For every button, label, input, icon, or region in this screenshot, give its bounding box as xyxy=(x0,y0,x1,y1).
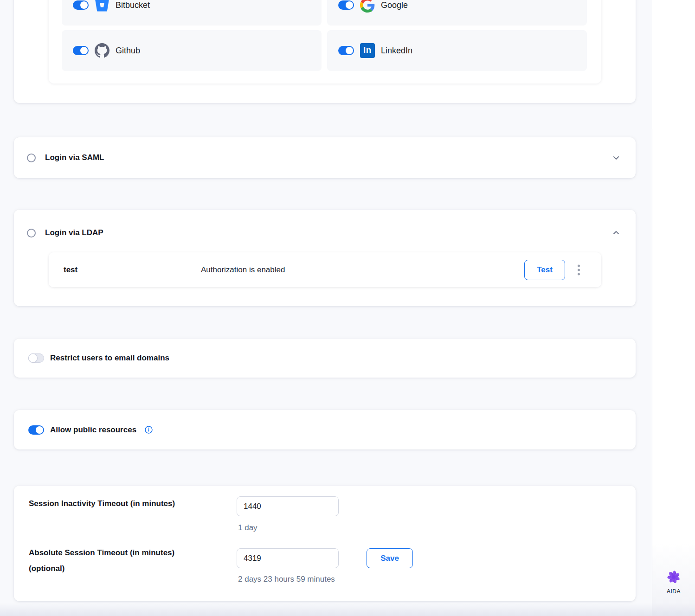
ldap-section-card: Login via LDAP test Authorization is ena… xyxy=(14,210,636,306)
info-icon[interactable] xyxy=(145,426,153,434)
chevron-up-icon[interactable] xyxy=(612,229,620,237)
save-button[interactable]: Save xyxy=(367,548,413,568)
absolute-timeout-label-suffix: (optional) xyxy=(29,561,64,577)
toggle-knob xyxy=(80,1,88,9)
provider-tile-github: Github xyxy=(62,30,322,71)
aida-logo-icon xyxy=(666,578,681,586)
aida-label: AIDA xyxy=(652,588,695,595)
ldap-config-row: test Authorization is enabled Test xyxy=(49,252,601,287)
ldap-config-status: Authorization is enabled xyxy=(201,265,285,275)
provider-label: LinkedIn xyxy=(381,46,412,56)
session-timeout-card: Session Inactivity Timeout (in minutes) … xyxy=(14,486,636,601)
absolute-timeout-input[interactable] xyxy=(237,548,339,568)
saml-section-card: Login via SAML xyxy=(14,137,636,178)
public-resources-toggle[interactable] xyxy=(28,425,44,435)
ldap-header[interactable]: Login via LDAP xyxy=(27,228,103,237)
saml-radio[interactable] xyxy=(27,154,36,162)
linkedin-icon: in xyxy=(360,43,375,58)
absolute-timeout-label: Absolute Session Timeout (in minutes) xyxy=(29,545,174,561)
ldap-label: Login via LDAP xyxy=(45,228,103,237)
ldap-test-button[interactable]: Test xyxy=(524,260,565,280)
chevron-down-icon[interactable] xyxy=(612,154,620,162)
google-icon xyxy=(360,0,375,13)
github-toggle[interactable] xyxy=(73,46,89,55)
toggle-knob xyxy=(36,426,43,434)
toggle-knob xyxy=(80,47,88,54)
inactivity-timeout-hint: 1 day xyxy=(238,523,257,533)
vertical-divider xyxy=(652,129,652,616)
toggle-knob xyxy=(346,47,353,54)
provider-tile-bitbucket: Bitbucket xyxy=(62,0,322,26)
absolute-timeout-hint: 2 days 23 hours 59 minutes xyxy=(238,575,335,584)
inactivity-timeout-input[interactable] xyxy=(237,496,339,516)
auth-settings-page: Bitbucket Google Github in LinkedIn Logi… xyxy=(0,0,695,616)
inactivity-timeout-label: Session Inactivity Timeout (in minutes) xyxy=(29,496,175,512)
github-icon xyxy=(95,43,109,58)
public-resources-label: Allow public resources xyxy=(50,425,136,435)
restrict-domains-label: Restrict users to email domains xyxy=(50,353,169,363)
kebab-menu-icon[interactable] xyxy=(576,263,582,277)
toggle-knob xyxy=(29,354,37,362)
toggle-knob xyxy=(346,1,353,9)
right-side-panel xyxy=(652,0,695,616)
provider-label: Github xyxy=(116,46,140,56)
google-toggle[interactable] xyxy=(338,0,354,10)
provider-tile-linkedin: in LinkedIn xyxy=(327,30,587,71)
bottom-fade xyxy=(0,603,695,616)
provider-label: Google xyxy=(381,0,408,10)
provider-tile-google: Google xyxy=(327,0,587,26)
bitbucket-icon xyxy=(95,0,109,13)
aida-widget[interactable]: AIDA xyxy=(652,570,695,595)
saml-header[interactable]: Login via SAML xyxy=(27,153,104,162)
ldap-radio[interactable] xyxy=(27,229,36,237)
linkedin-toggle[interactable] xyxy=(338,46,354,55)
ldap-config-name: test xyxy=(64,265,77,275)
public-resources-card: Allow public resources xyxy=(14,410,636,449)
restrict-domains-toggle[interactable] xyxy=(28,353,44,363)
restrict-domains-card: Restrict users to email domains xyxy=(14,339,636,378)
bitbucket-toggle[interactable] xyxy=(73,0,89,10)
provider-label: Bitbucket xyxy=(116,0,150,10)
saml-label: Login via SAML xyxy=(45,153,104,162)
